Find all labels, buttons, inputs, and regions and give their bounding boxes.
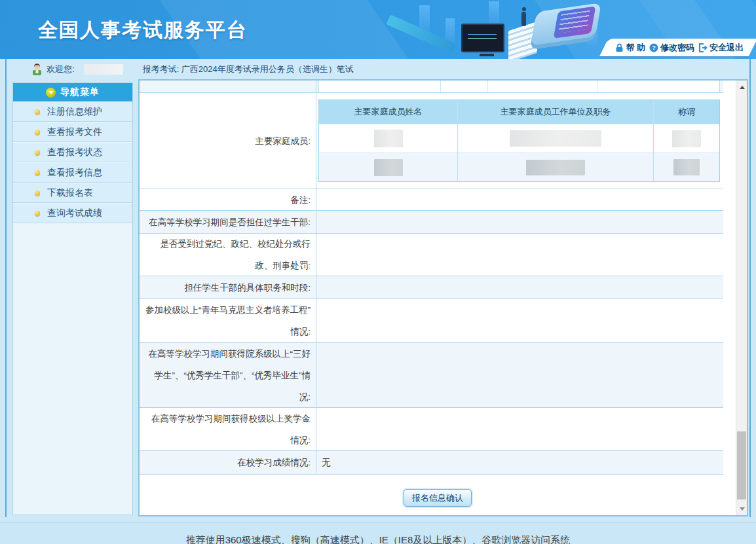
table-row-cadre-duty: 担任学生干部的具体职务和时段:	[140, 276, 723, 299]
page-title: 全国人事考试服务平台	[38, 17, 248, 44]
table-row-honors: 在高等学校学习期间获得院系级以上“三好学生”、“优秀学生干部”、“优秀毕业生”情…	[140, 343, 723, 408]
bullet-icon	[35, 170, 40, 175]
illustration-person	[521, 12, 526, 26]
redacted-name	[374, 159, 403, 176]
bullet-icon	[35, 211, 40, 216]
header-quicklinks: 帮 助 ? 修改密码 安全退出	[603, 39, 747, 56]
redacted-employer	[526, 160, 585, 175]
user-name-redacted	[84, 64, 123, 75]
table-row-academic-record: 在校学习成绩情况: 无	[140, 451, 723, 475]
sidebar-nav-header[interactable]: 导航菜单	[13, 83, 132, 101]
exit-icon	[698, 43, 708, 52]
scrollbar-thumb[interactable]	[737, 431, 746, 499]
exam-label: 报考考试: 广西2024年度考试录用公务员（选调生）笔试	[143, 63, 354, 75]
column-header-employer: 主要家庭成员工作单位及职务	[457, 100, 654, 124]
svg-text:?: ?	[652, 45, 656, 51]
chevron-down-icon	[46, 88, 56, 98]
table-row-student-cadre: 在高等学校学习期间是否担任过学生干部:	[140, 211, 723, 234]
redacted-relation	[672, 130, 701, 147]
change-password-link[interactable]: ? 修改密码	[649, 42, 694, 54]
scroll-down-icon[interactable]	[736, 503, 747, 514]
table-row-punishment: 是否受到过党纪、政纪、校纪处分或行政、刑事处罚:	[140, 234, 723, 276]
welcome-bar: 欢迎您: 报考考试: 广西2024年度考试录用公务员（选调生）笔试	[7, 59, 749, 79]
question-icon: ?	[649, 43, 658, 52]
family-table-row	[319, 153, 719, 181]
illustration-monitor	[461, 24, 504, 52]
table-row-family-members: 主要家庭成员: 主要家庭成员姓名 主要家庭成员工作单位及职务 称谓	[140, 93, 723, 189]
header-illustration	[393, 0, 609, 59]
table-row-remarks: 备注:	[140, 189, 723, 211]
family-table-row	[319, 124, 719, 153]
bullet-icon	[35, 190, 40, 196]
sidebar-item-register-info[interactable]: 注册信息维护	[13, 101, 132, 122]
sidebar-item-exam-info[interactable]: 查看报考信息	[13, 162, 132, 183]
browser-recommendation: 推荐使用360极速模式、搜狗（高速模式）、IE（IE8及以上版本）、谷歌浏览器访…	[0, 534, 756, 544]
sidebar: 导航菜单 注册信息维护 查看报考文件 查看报考状态 查看报考信息 下载报名表 查…	[12, 82, 133, 515]
scrolled-table-fragment	[318, 81, 720, 92]
sidebar-item-exam-files[interactable]: 查看报考文件	[13, 122, 132, 142]
table-row-partial	[140, 81, 723, 93]
confirm-registration-button[interactable]: 报名信息确认	[404, 489, 472, 507]
bullet-icon	[35, 109, 40, 115]
column-header-relation: 称谓	[654, 100, 719, 124]
user-avatar	[31, 63, 43, 75]
bullet-icon	[35, 130, 40, 135]
logout-link[interactable]: 安全退出	[698, 42, 744, 54]
sidebar-item-exam-scores[interactable]: 查询考试成绩	[13, 203, 132, 223]
scroll-up-icon[interactable]	[736, 82, 747, 92]
sidebar-item-exam-status[interactable]: 查看报考状态	[13, 142, 132, 162]
help-link[interactable]: 帮 助	[615, 42, 645, 54]
page-footer: 推荐使用360极速模式、搜狗（高速模式）、IE（IE8及以上版本）、谷歌浏览器访…	[0, 522, 756, 544]
table-row-marxist-program: 参加校级以上“青年马克思主义者培养工程”情况:	[140, 299, 723, 343]
column-header-name: 主要家庭成员姓名	[319, 100, 457, 124]
vertical-scrollbar[interactable]	[736, 81, 747, 515]
bullet-icon	[35, 150, 40, 155]
registration-form-table: 主要家庭成员: 主要家庭成员姓名 主要家庭成员工作单位及职务 称谓	[140, 81, 723, 475]
table-row-scholarship: 在高等学校学习期间获得校级以上奖学金情况:	[140, 408, 723, 451]
family-table-header: 主要家庭成员姓名 主要家庭成员工作单位及职务 称谓	[319, 100, 719, 124]
sidebar-item-download-form[interactable]: 下载报名表	[13, 183, 132, 203]
redacted-name	[374, 130, 403, 147]
welcome-greeting: 欢迎您:	[47, 63, 75, 75]
lock-icon	[615, 43, 624, 52]
redacted-employer	[510, 130, 601, 147]
redacted-relation	[673, 159, 700, 175]
content-panel: 主要家庭成员: 主要家庭成员姓名 主要家庭成员工作单位及职务 称谓	[138, 79, 748, 517]
family-members-table: 主要家庭成员姓名 主要家庭成员工作单位及职务 称谓	[318, 100, 720, 182]
